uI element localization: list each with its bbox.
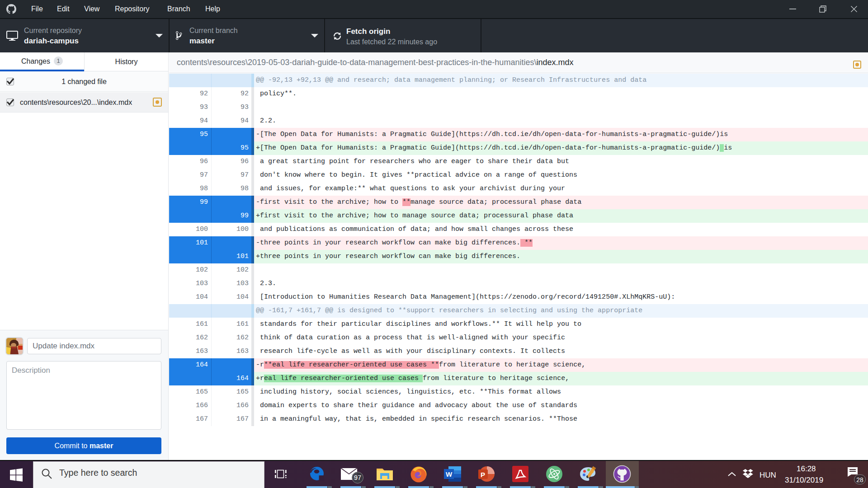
- svg-text:P: P: [481, 471, 485, 479]
- svg-text:97: 97: [354, 474, 361, 481]
- svg-text:W: W: [446, 470, 453, 478]
